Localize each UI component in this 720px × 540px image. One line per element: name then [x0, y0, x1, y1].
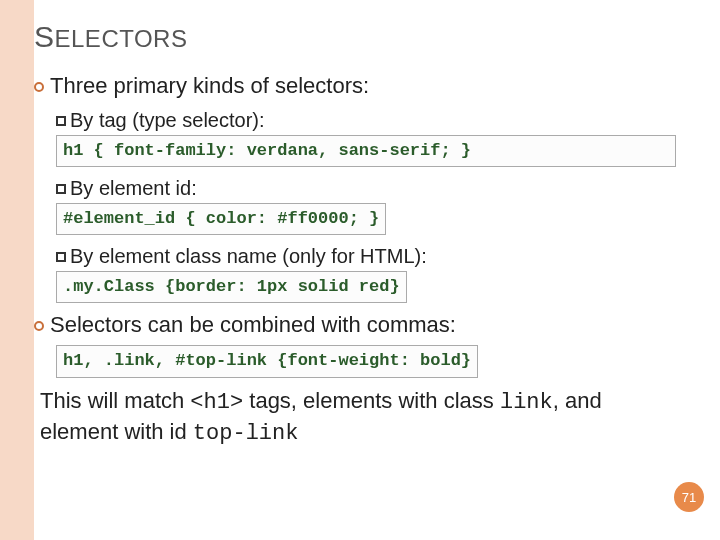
donut-bullet-icon — [34, 82, 44, 92]
explanation-text: This will match <h1> tags, elements with… — [40, 386, 680, 449]
subbullet-id: By element id: — [56, 175, 680, 201]
code-class-selector: .my.Class {border: 1px solid red} — [56, 271, 407, 303]
square-bullet-icon — [56, 116, 66, 126]
explain-mid1: tags, elements with class — [243, 388, 500, 413]
code-id-selector: #element_id { color: #ff0000; } — [56, 203, 386, 235]
code-combined-selector: h1, .link, #top-link {font-weight: bold} — [56, 345, 478, 377]
explain-h1-tag: <h1> — [190, 390, 243, 415]
donut-bullet-icon — [34, 321, 44, 331]
explain-id-name: top-link — [193, 421, 299, 446]
page-number-badge: 71 — [674, 482, 704, 512]
accent-stripe — [0, 0, 34, 540]
subbullet-class: By element class name (only for HTML): — [56, 243, 680, 269]
square-bullet-icon — [56, 184, 66, 194]
subbullet-tag-label: By tag (type selector): — [70, 109, 265, 131]
bullet-combined-label: Selectors can be combined with commas: — [50, 312, 456, 337]
slide-content: SELECTORS Three primary kinds of selecto… — [34, 20, 680, 540]
code-tag-selector: h1 { font-family: verdana, sans-serif; } — [56, 135, 676, 167]
square-bullet-icon — [56, 252, 66, 262]
bullet-primary-text: Three primary kinds of selectors: — [50, 73, 369, 98]
title-rest: ELECTORS — [55, 25, 188, 52]
explain-pre: This will match — [40, 388, 190, 413]
bullet-primary: Three primary kinds of selectors: — [34, 72, 680, 101]
slide-title: SELECTORS — [34, 20, 680, 54]
title-cap: S — [34, 20, 55, 53]
bullet-combined: Selectors can be combined with commas: — [34, 311, 680, 340]
subbullet-tag: By tag (type selector): — [56, 107, 680, 133]
page-number: 71 — [682, 490, 696, 505]
subbullet-id-label: By element id: — [70, 177, 197, 199]
subbullet-class-label: By element class name (only for HTML): — [70, 245, 427, 267]
explain-class-name: link — [500, 390, 553, 415]
